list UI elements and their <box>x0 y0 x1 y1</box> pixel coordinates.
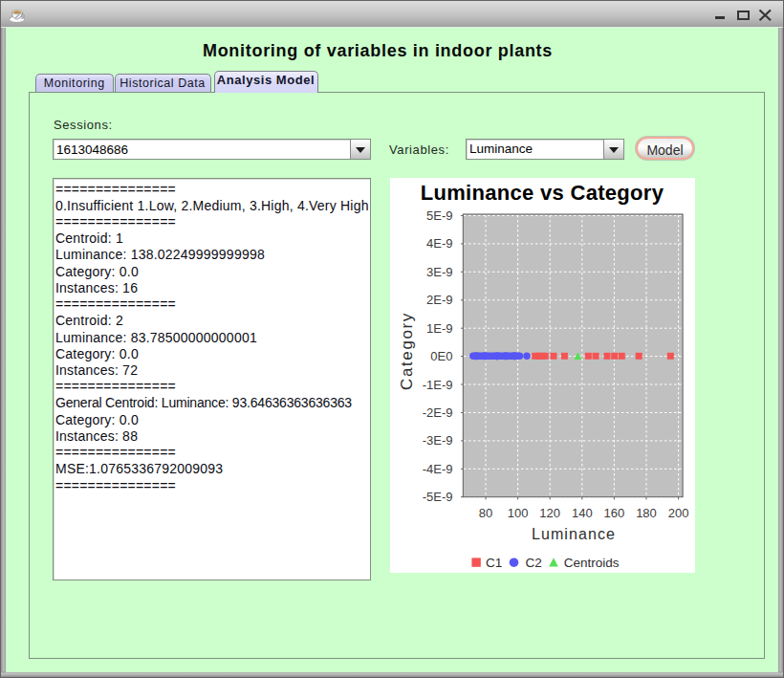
svg-text:C2: C2 <box>526 556 542 570</box>
svg-text:-3E-9: -3E-9 <box>423 433 453 448</box>
svg-text:C1: C1 <box>486 556 502 570</box>
svg-text:160: 160 <box>604 506 625 520</box>
svg-text:140: 140 <box>572 506 593 520</box>
svg-text:3E-9: 3E-9 <box>426 265 452 279</box>
svg-text:80: 80 <box>479 506 492 520</box>
svg-text:200: 200 <box>668 506 689 520</box>
svg-text:-2E-9: -2E-9 <box>423 405 453 420</box>
svg-text:1E-9: 1E-9 <box>426 321 452 336</box>
svg-text:120: 120 <box>539 506 560 520</box>
svg-text:Centroids: Centroids <box>564 556 620 570</box>
svg-text:Luminance vs Category: Luminance vs Category <box>421 181 664 205</box>
svg-text:Category: Category <box>398 312 416 390</box>
svg-text:-1E-9: -1E-9 <box>423 378 453 392</box>
svg-text:5E-9: 5E-9 <box>426 208 452 223</box>
svg-text:0E0: 0E0 <box>430 349 452 363</box>
svg-text:2E-9: 2E-9 <box>426 293 452 307</box>
svg-text:-5E-9: -5E-9 <box>423 490 453 504</box>
svg-text:4E-9: 4E-9 <box>426 236 452 251</box>
svg-text:Luminance: Luminance <box>532 526 616 542</box>
svg-text:100: 100 <box>508 506 529 520</box>
svg-text:-4E-9: -4E-9 <box>423 462 453 476</box>
svg-text:180: 180 <box>636 506 657 520</box>
